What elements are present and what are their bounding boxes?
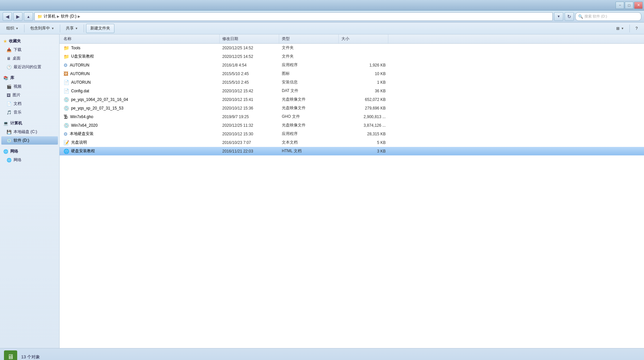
- col-header-date[interactable]: 修改日期: [220, 34, 279, 43]
- toolbar-separator4: [629, 24, 630, 32]
- table-row[interactable]: 📁 Tools 2020/12/25 14:52 文件夹: [60, 44, 644, 52]
- desktop-icon: 🖥: [7, 56, 11, 61]
- sidebar-network-header[interactable]: 🌐 网络: [0, 147, 59, 156]
- file-name: Config.dat: [71, 89, 89, 93]
- col-header-type[interactable]: 类型: [279, 34, 339, 43]
- table-row[interactable]: ⚙ AUTORUN 2016/1/8 4:54 应用程序 1,926 KB: [60, 61, 644, 69]
- table-row[interactable]: 💿 Win7x64_2020 2020/12/25 11:32 光盘映像文件 3…: [60, 121, 644, 130]
- images-icon: 🖼: [7, 93, 11, 98]
- status-icon: 🖥: [4, 350, 17, 360]
- table-row[interactable]: 💿 pe_yqs_1064_20_07_31_16_04 2020/10/12 …: [60, 95, 644, 104]
- close-button[interactable]: ✕: [634, 2, 643, 9]
- file-size: 10 KB: [339, 71, 388, 76]
- sidebar-favorites-header[interactable]: ★ 收藏夹: [0, 37, 59, 45]
- sidebar-item-download[interactable]: 📥 下载: [1, 46, 58, 54]
- file-size: 279,696 KB: [339, 106, 388, 111]
- share-label: 共享: [66, 25, 74, 31]
- minimize-button[interactable]: －: [616, 2, 624, 9]
- recent-icon: 🕐: [7, 65, 12, 69]
- images-label: 图片: [13, 92, 21, 98]
- file-icon: ⚙: [64, 131, 68, 137]
- network-label: 网络: [10, 149, 18, 154]
- sidebar-section-network: 🌐 网络 🌐 网络: [0, 147, 59, 164]
- table-row[interactable]: 💿 pe_yqs_xp_20_07_31_15_53 2020/10/12 15…: [60, 104, 644, 112]
- table-row[interactable]: 🌐 硬盘安装教程 2016/11/21 22:03 HTML 文档 3 KB: [60, 147, 644, 156]
- network-icon: 🌐: [3, 149, 8, 154]
- sidebar-computer-header[interactable]: 💻 计算机: [0, 119, 59, 127]
- status-count: 13 个对象: [21, 354, 40, 360]
- crumb-computer[interactable]: 计算机: [44, 14, 56, 19]
- view-button[interactable]: ⊞ ▼: [613, 24, 627, 33]
- file-type: 文件夹: [279, 45, 339, 51]
- toolbar-separator3: [84, 24, 84, 32]
- table-row[interactable]: ⚙ 本地硬盘安装 2020/10/12 15:30 应用程序 28,315 KB: [60, 130, 644, 138]
- main-layout: ★ 收藏夹 📥 下载 🖥 桌面 🕐 最近访问的位置 📚 库 �: [0, 34, 644, 348]
- new-folder-button[interactable]: 新建文件夹: [86, 24, 114, 33]
- file-icon: 💿: [64, 97, 69, 102]
- organize-button[interactable]: 组织 ▼: [3, 24, 22, 33]
- include-library-button[interactable]: 包含到库中 ▼: [26, 24, 58, 33]
- sidebar-item-c-drive[interactable]: 💾 本地磁盘 (C:): [1, 128, 58, 136]
- refresh-button[interactable]: ↻: [565, 12, 574, 21]
- maximize-button[interactable]: □: [625, 2, 633, 9]
- file-icon: 📁: [64, 45, 69, 51]
- sidebar-item-docs[interactable]: 📄 文档: [1, 100, 58, 108]
- sidebar-item-video[interactable]: 🎬 视频: [1, 82, 58, 91]
- up-button[interactable]: ▲: [24, 12, 33, 21]
- c-drive-label: 本地磁盘 (C:): [14, 129, 37, 135]
- sidebar-item-network[interactable]: 🌐 网络: [1, 156, 58, 164]
- organize-label: 组织: [6, 25, 14, 31]
- table-row[interactable]: 📝 光盘说明 2016/10/23 7:07 文本文档 5 KB: [60, 138, 644, 147]
- table-row[interactable]: 🖼 AUTORUN 2015/5/10 2:45 图标 10 KB: [60, 69, 644, 78]
- file-type: 光盘映像文件: [279, 122, 339, 128]
- help-label: ?: [635, 26, 638, 31]
- statusbar: 🖥 13 个对象: [0, 348, 644, 360]
- recent-label: 最近访问的位置: [14, 64, 41, 70]
- sidebar-section-favorites: ★ 收藏夹 📥 下载 🖥 桌面 🕐 最近访问的位置: [0, 37, 59, 71]
- help-button[interactable]: ?: [632, 24, 641, 33]
- dropdown-path-button[interactable]: ▼: [554, 12, 563, 21]
- file-date: 2020/10/12 15:42: [220, 89, 279, 93]
- network-item-icon: 🌐: [7, 158, 12, 162]
- share-button[interactable]: 共享 ▼: [62, 24, 82, 33]
- file-date: 2019/9/7 19:25: [220, 114, 279, 119]
- file-content: 名称 修改日期 类型 大小 📁 Tools 2020/12/25 14:52 文…: [60, 34, 644, 348]
- file-name: AUTORUN: [71, 80, 91, 85]
- crumb-drive[interactable]: 软件 (D:): [61, 14, 76, 19]
- sidebar-item-music[interactable]: 🎵 音乐: [1, 108, 58, 116]
- file-date: 2020/12/25 11:32: [220, 123, 279, 128]
- search-box[interactable]: 🔍 搜索 软件 (D:): [575, 12, 641, 21]
- address-path[interactable]: 📁 计算机 ▶ 软件 (D:) ▶: [34, 12, 553, 21]
- download-icon: 📥: [7, 48, 12, 52]
- d-drive-label: 软件 (D:): [14, 138, 29, 143]
- sidebar-item-d-drive[interactable]: 💿 软件 (D:): [1, 136, 58, 145]
- computer-icon: 💻: [3, 121, 8, 126]
- file-type: 光盘映像文件: [279, 105, 339, 111]
- table-row[interactable]: 📄 Config.dat 2020/10/12 15:42 DAT 文件 36 …: [60, 87, 644, 95]
- file-name: 本地硬盘安装: [70, 131, 94, 137]
- forward-button[interactable]: ▶: [13, 12, 22, 21]
- col-header-size[interactable]: 大小: [339, 34, 388, 43]
- file-name: Win7x64_2020: [71, 123, 98, 128]
- table-row[interactable]: 📄 AUTORUN 2015/5/10 2:45 安装信息 1 KB: [60, 78, 644, 87]
- table-row[interactable]: 📁 U盘安装教程 2020/12/25 14:52 文件夹: [60, 52, 644, 61]
- favorites-label: 收藏夹: [9, 38, 21, 44]
- file-date: 2016/11/21 22:03: [220, 149, 279, 154]
- back-button[interactable]: ◀: [3, 12, 12, 21]
- sidebar-item-recent[interactable]: 🕐 最近访问的位置: [1, 63, 58, 71]
- col-header-name[interactable]: 名称: [61, 34, 220, 43]
- file-list[interactable]: 📁 Tools 2020/12/25 14:52 文件夹 📁 U盘安装教程 20…: [60, 44, 644, 348]
- file-size: 1,926 KB: [339, 63, 388, 68]
- sidebar-item-images[interactable]: 🖼 图片: [1, 91, 58, 99]
- file-date: 2020/12/25 14:52: [220, 46, 279, 50]
- sidebar-item-desktop[interactable]: 🖥 桌面: [1, 54, 58, 63]
- sidebar-library-header[interactable]: 📚 库: [0, 74, 59, 82]
- file-icon: 📄: [64, 80, 69, 85]
- table-row[interactable]: 🗜 Win7x64.gho 2019/9/7 19:25 GHO 文件 2,90…: [60, 112, 644, 121]
- include-label: 包含到库中: [30, 25, 50, 31]
- file-type: 文件夹: [279, 54, 339, 59]
- file-size: 36 KB: [339, 89, 388, 93]
- file-type: 文本文档: [279, 140, 339, 145]
- search-icon: 🔍: [578, 14, 583, 19]
- search-placeholder: 搜索 软件 (D:): [584, 14, 607, 19]
